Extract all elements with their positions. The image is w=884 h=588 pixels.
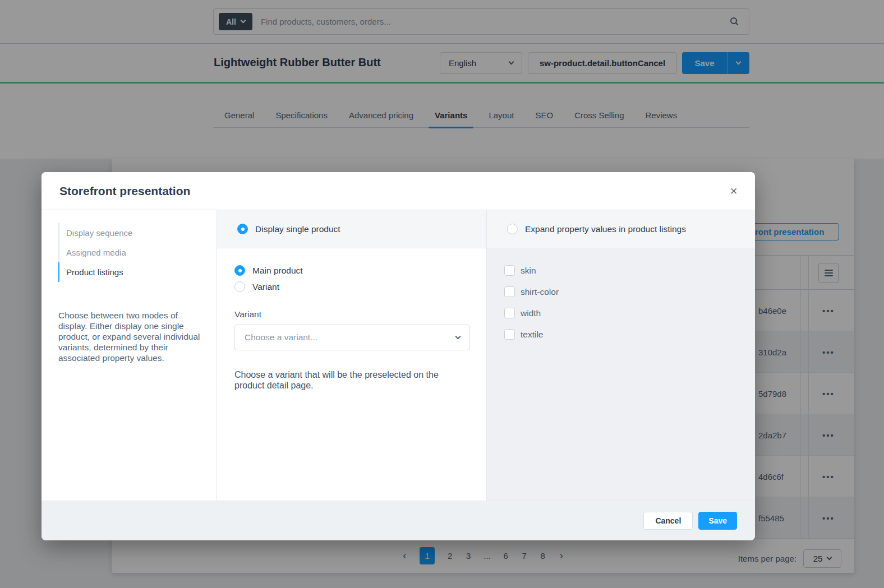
- modal-save-button[interactable]: Save: [698, 512, 737, 530]
- skin-label: skin: [521, 266, 536, 276]
- sidebar-item-display-sequence[interactable]: Display sequence: [58, 223, 193, 243]
- single-product-content: Main product Variant Variant Choose a va…: [217, 248, 486, 391]
- mode-description: Choose between two modes of display. Eit…: [58, 310, 203, 363]
- shirt-color-checkbox[interactable]: [504, 286, 515, 297]
- width-checkbox[interactable]: [504, 308, 515, 318]
- variant-option-label: Variant: [252, 282, 279, 292]
- variant-help-text: Choose a variant that will be the presel…: [234, 369, 458, 391]
- modal-cancel-button[interactable]: Cancel: [643, 512, 693, 530]
- variant-select-placeholder: Choose a variant...: [245, 332, 317, 342]
- sidebar-item-assigned-media[interactable]: Assigned media: [58, 243, 193, 262]
- storefront-presentation-modal: Storefront presentation ✕ Display sequen…: [42, 172, 755, 540]
- expand-properties-label: Expand property values in product listin…: [525, 224, 686, 234]
- modal-body: Display sequence Assigned media Product …: [42, 210, 755, 501]
- modal-footer: Cancel Save: [42, 501, 755, 540]
- single-product-header: Display single product: [217, 210, 486, 248]
- expand-properties-column: Expand property values in product listin…: [487, 210, 755, 501]
- skin-checkbox[interactable]: [504, 265, 515, 276]
- expand-properties-radio[interactable]: [507, 224, 518, 234]
- property-option-skin[interactable]: skin: [504, 265, 755, 276]
- width-label: width: [521, 308, 541, 318]
- variant-field-label: Variant: [234, 309, 486, 320]
- variant-select[interactable]: Choose a variant...: [234, 325, 470, 350]
- main-product-label: Main product: [252, 266, 303, 276]
- property-option-width[interactable]: width: [504, 308, 755, 318]
- modal-title: Storefront presentation: [59, 184, 190, 198]
- modal-sidebar: Display sequence Assigned media Product …: [42, 210, 217, 501]
- property-option-textile[interactable]: textile: [504, 329, 755, 340]
- expand-properties-header: Expand property values in product listin…: [487, 210, 755, 248]
- textile-checkbox[interactable]: [504, 329, 515, 340]
- textile-label: textile: [521, 330, 544, 340]
- variant-option[interactable]: Variant: [234, 281, 486, 292]
- main-product-radio[interactable]: [234, 265, 245, 276]
- close-icon[interactable]: ✕: [727, 184, 740, 198]
- display-single-product-radio[interactable]: [237, 224, 248, 234]
- single-product-column: Display single product Main product Vari…: [217, 210, 487, 501]
- screen: All Find products, customers, orders... …: [0, 0, 884, 588]
- sidebar-item-product-listings[interactable]: Product listings: [58, 262, 193, 282]
- property-option-shirt-color[interactable]: shirt-color: [504, 286, 755, 297]
- shirt-color-label: shirt-color: [521, 287, 559, 297]
- chevron-down-icon: [455, 334, 461, 339]
- display-single-product-label: Display single product: [255, 224, 340, 234]
- main-product-option[interactable]: Main product: [234, 265, 486, 276]
- properties-list: skin shirt-color width textile: [487, 248, 755, 350]
- modal-header: Storefront presentation ✕: [42, 172, 755, 210]
- variant-radio[interactable]: [234, 281, 245, 292]
